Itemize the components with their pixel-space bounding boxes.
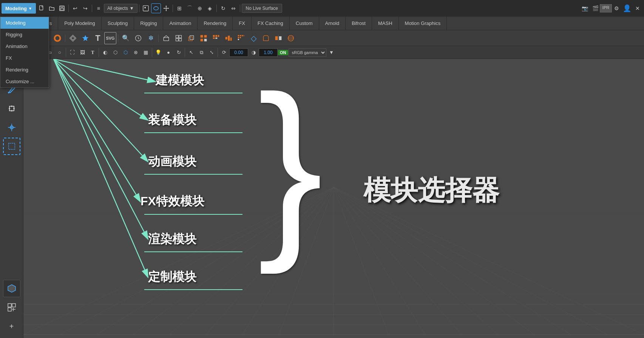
subdiv-icon[interactable] bbox=[67, 32, 79, 44]
contrast-icon[interactable]: ◑ bbox=[249, 48, 258, 57]
all-objects-button[interactable]: All objects ▼ bbox=[104, 4, 137, 13]
torus-icon[interactable] bbox=[51, 32, 63, 44]
svg-rect-29 bbox=[188, 37, 192, 40]
package-icon[interactable] bbox=[160, 32, 172, 44]
light-icon[interactable]: 💡 bbox=[153, 48, 163, 57]
svg-rect-26 bbox=[179, 35, 182, 38]
svg-rect-48 bbox=[240, 37, 241, 38]
refresh-icon[interactable]: ↻ bbox=[174, 48, 184, 57]
new-file-icon[interactable] bbox=[37, 3, 46, 13]
snowflake-icon[interactable]: ✼ bbox=[145, 32, 157, 44]
text-icon[interactable]: T bbox=[92, 32, 104, 44]
dropdown-item-fx[interactable]: FX bbox=[0, 52, 49, 64]
cube3d-icon[interactable]: ⬡ bbox=[110, 48, 120, 57]
star-icon[interactable] bbox=[79, 32, 91, 44]
copy-icon[interactable]: ⧉ bbox=[196, 48, 206, 57]
add-tool[interactable]: + bbox=[3, 318, 20, 335]
fill-circle-icon[interactable]: ● bbox=[164, 48, 173, 57]
marquee-tool[interactable] bbox=[3, 138, 20, 155]
tab-fx-caching[interactable]: FX Caching bbox=[252, 17, 290, 30]
uv-icon[interactable]: ⊗ bbox=[131, 48, 141, 57]
menu-icon[interactable]: ≡ bbox=[94, 3, 103, 13]
select-icon[interactable] bbox=[141, 3, 151, 13]
expand-icon[interactable]: ⛶ bbox=[67, 48, 77, 57]
svg-marker-6 bbox=[165, 6, 167, 7]
svg-rect-35 bbox=[213, 35, 215, 37]
time-icon[interactable] bbox=[132, 32, 144, 44]
dropdown-item-rendering[interactable]: Rendering bbox=[0, 64, 49, 76]
mirror-obj-icon[interactable] bbox=[272, 32, 284, 44]
multi-cube-icon[interactable] bbox=[222, 32, 235, 44]
srgb-select[interactable]: sRGB gamma bbox=[289, 48, 326, 57]
open-file-icon[interactable] bbox=[47, 3, 57, 13]
dropdown-item-modeling[interactable]: Modeling bbox=[0, 17, 49, 29]
grid-add-tool[interactable] bbox=[3, 299, 20, 316]
tab-rendering[interactable]: Rendering bbox=[198, 17, 233, 30]
value-input-2[interactable]: 1.00 bbox=[259, 48, 278, 57]
dropdown-item-rigging[interactable]: Rigging bbox=[0, 29, 49, 40]
user-icon[interactable]: 👤 bbox=[622, 3, 632, 13]
toolbar-row-1: T SVG 🔍 ✼ ◇ bbox=[0, 30, 644, 46]
move-icon[interactable] bbox=[161, 3, 171, 13]
tab-rigging[interactable]: Rigging bbox=[134, 17, 163, 30]
close-icon[interactable]: ✕ bbox=[633, 3, 642, 13]
snap-curve-icon[interactable]: ⌒ bbox=[185, 3, 195, 13]
tab-bifrost[interactable]: Bifrost bbox=[346, 17, 372, 30]
rotate-icon[interactable]: ↻ bbox=[218, 3, 228, 13]
render-icon[interactable]: 🎬 bbox=[590, 3, 600, 13]
bevel-icon[interactable] bbox=[260, 32, 272, 44]
sphere-select-icon[interactable] bbox=[285, 32, 297, 44]
svg-icon[interactable]: SVG bbox=[104, 32, 116, 44]
loop-icon[interactable] bbox=[198, 32, 210, 44]
dropdown-item-animation[interactable]: Animation bbox=[0, 40, 49, 52]
snap-point-icon[interactable]: ⊕ bbox=[195, 3, 205, 13]
tab-arnold[interactable]: Arnold bbox=[319, 17, 346, 30]
camera-icon[interactable]: 📷 bbox=[580, 3, 590, 13]
redo-icon[interactable]: ↪ bbox=[80, 3, 90, 13]
circle-view-icon[interactable]: ○ bbox=[55, 48, 65, 57]
tab-custom[interactable]: Custom bbox=[290, 17, 319, 30]
undo-icon[interactable]: ↩ bbox=[70, 3, 80, 13]
module-selector-button[interactable]: Modeling ▼ bbox=[2, 3, 36, 14]
image-icon[interactable]: 🖼 bbox=[77, 48, 87, 57]
material-tool[interactable] bbox=[3, 280, 20, 297]
grid-pattern-icon[interactable] bbox=[235, 32, 247, 44]
snap-grid-icon[interactable]: ⊞ bbox=[175, 3, 184, 13]
wire-icon[interactable]: ⬡ bbox=[120, 48, 130, 57]
tab-mash[interactable]: MASH bbox=[372, 17, 399, 30]
lasso-icon[interactable] bbox=[151, 3, 161, 13]
cube-edit-icon[interactable] bbox=[185, 32, 197, 44]
pivot-tool[interactable] bbox=[3, 119, 20, 136]
tab-fx[interactable]: FX bbox=[233, 17, 252, 30]
srgb-arrow-icon[interactable]: ▼ bbox=[327, 48, 337, 57]
transform-tool[interactable] bbox=[3, 100, 20, 117]
annotation-animation: 动画模块 bbox=[148, 153, 196, 170]
value-input-1[interactable]: 0.00 bbox=[229, 48, 248, 57]
text-field-icon[interactable]: 𝐓 bbox=[88, 48, 97, 57]
svg-rect-46 bbox=[244, 35, 244, 36]
checker-icon[interactable]: ▦ bbox=[141, 48, 151, 57]
magnify-icon[interactable]: 🔍 bbox=[120, 32, 132, 44]
save-file-icon[interactable] bbox=[57, 3, 67, 13]
quad-icon[interactable] bbox=[173, 32, 185, 44]
svg-line-99 bbox=[334, 187, 498, 335]
reset-icon[interactable]: ⟳ bbox=[219, 48, 229, 57]
sep-t3 bbox=[158, 34, 159, 42]
resize-icon[interactable]: ⤡ bbox=[207, 48, 216, 57]
svg-rect-37 bbox=[218, 35, 219, 37]
tab-poly-modeling[interactable]: Poly Modeling bbox=[58, 17, 102, 30]
shading-icon[interactable]: ◐ bbox=[100, 48, 110, 57]
tab-sculpting[interactable]: Sculpting bbox=[102, 17, 134, 30]
pattern-icon[interactable] bbox=[210, 32, 222, 44]
settings-icon[interactable]: ⚙ bbox=[612, 3, 621, 13]
tab-motion-graphics[interactable]: Motion Graphics bbox=[399, 17, 447, 30]
ipr-icon[interactable]: IPR bbox=[601, 3, 611, 13]
tab-animation[interactable]: Animation bbox=[163, 17, 198, 30]
mirror-icon[interactable]: ⇔ bbox=[229, 3, 238, 13]
svg-rect-51 bbox=[275, 36, 278, 40]
viewport-grid bbox=[23, 171, 644, 338]
snap-surface-icon[interactable]: ◈ bbox=[205, 3, 215, 13]
dropdown-item-customize[interactable]: Customize ... bbox=[0, 76, 49, 87]
dropbox-icon[interactable]: ◇ bbox=[247, 32, 259, 44]
cursor-icon[interactable]: ↖ bbox=[186, 48, 196, 57]
